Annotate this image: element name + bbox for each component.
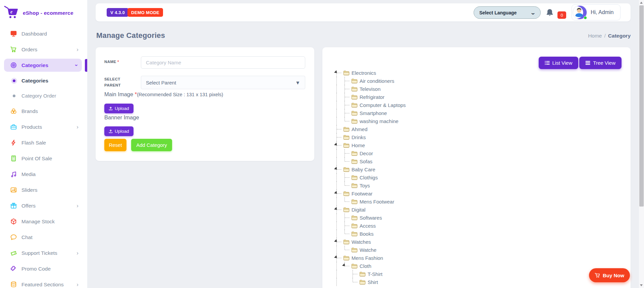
app-logo[interactable]: e eShop - ecommerce	[0, 0, 87, 24]
tree-node-mens-footwear[interactable]: Mens Footwear	[350, 199, 395, 205]
folder-icon	[351, 78, 358, 83]
tree-node-label: Access	[360, 223, 376, 229]
tree-expander-icon[interactable]	[334, 142, 338, 147]
parent-select-value: Select Parent	[146, 80, 176, 85]
parent-category-select[interactable]: Select Parent ▼	[141, 76, 305, 89]
folder-icon	[351, 87, 358, 92]
tree-node-watche[interactable]: Watche	[350, 247, 378, 253]
tree-node-books[interactable]: Books	[350, 231, 375, 237]
tree-node-toys[interactable]: Toys	[350, 183, 371, 188]
tree-connector	[350, 270, 358, 278]
tree-row: Smartphone	[334, 109, 407, 117]
tree-node-drinks[interactable]: Drinks	[342, 134, 367, 140]
bullet-dot-icon	[11, 78, 17, 84]
tree-expander-icon[interactable]	[334, 255, 338, 259]
tree-node-decor[interactable]: Decor	[350, 151, 374, 156]
scrollbar-thumb[interactable]	[639, 5, 644, 207]
tree-node-home[interactable]: Home	[342, 142, 366, 148]
scrollbar[interactable]	[639, 0, 644, 288]
sidebar-item-manage-stock[interactable]: Manage Stock	[0, 214, 87, 229]
sidebar-item-label: Media	[21, 171, 36, 177]
list-view-icon	[545, 61, 550, 65]
scroll-up-arrow[interactable]	[640, 2, 643, 4]
upload-icon	[109, 129, 113, 133]
tree-view-button[interactable]: Tree View	[579, 57, 622, 69]
tree-connector	[342, 85, 350, 93]
scroll-down-arrow[interactable]	[640, 284, 643, 286]
tree-node-ahmed[interactable]: Ahmed	[342, 126, 369, 132]
tree-node-cloth[interactable]: Cloth	[350, 263, 373, 269]
buy-now-button[interactable]: Buy Now	[589, 268, 630, 282]
tree-node-smartphone[interactable]: Smartphone	[350, 110, 388, 116]
tree-node-electronics[interactable]: Electronics	[342, 70, 377, 76]
tree-connector	[342, 262, 350, 270]
tree-expander-icon[interactable]	[334, 239, 338, 243]
tree-node-air-conditioners[interactable]: Air conditioners	[350, 78, 395, 84]
tree-node-mens-fashion[interactable]: Mens Fashion	[342, 255, 384, 261]
sidebar-item-label: Manage Stock	[21, 219, 55, 225]
tree-node-watches[interactable]: Watches	[342, 239, 372, 245]
sidebar-item-point-of-sale[interactable]: Point Of Sale	[0, 151, 87, 166]
categories-tree-panel: List View Tree View ElectronicsAir condi…	[322, 47, 631, 288]
tree-connector	[334, 165, 342, 173]
sidebar-item-products[interactable]: Products›	[0, 119, 87, 135]
products-icon	[10, 123, 17, 130]
tree-expander-icon[interactable]	[334, 191, 338, 195]
tree-node-washing-machine[interactable]: washing machine	[350, 118, 400, 124]
tree-node-softwares[interactable]: Softwares	[350, 215, 383, 221]
sidebar-item-brands[interactable]: Brands	[0, 103, 87, 119]
tree-row: Softwares	[334, 214, 407, 222]
main-image-upload-button[interactable]: Upload	[104, 104, 133, 113]
add-category-button[interactable]: Add Category	[131, 139, 172, 151]
user-menu[interactable]: Hi, Admin	[572, 4, 621, 20]
folder-icon	[351, 199, 358, 204]
sidebar-item-label: Support Tickets	[21, 250, 57, 256]
tree-node-label: Books	[360, 231, 374, 237]
tree-node-label: Mens Footwear	[360, 199, 394, 205]
sliders-icon	[10, 186, 17, 193]
sidebar-item-support-tickets[interactable]: Support Tickets›	[0, 245, 87, 261]
tree-node-sofas[interactable]: Sofas	[350, 159, 374, 164]
tree-node-refrigirator[interactable]: Refrigirator	[350, 94, 386, 100]
sidebar-item-featured-sections[interactable]: Featured Sections›	[0, 277, 87, 288]
tree-row: Home	[334, 141, 407, 149]
tree-row: Footwear	[334, 189, 407, 197]
sidebar-item-flash-sale[interactable]: Flash Sale	[0, 135, 87, 151]
tree-expander-icon[interactable]	[334, 167, 338, 171]
sidebar-item-promo-code[interactable]: Promo Code	[0, 261, 87, 277]
tree-expander-icon[interactable]	[342, 263, 346, 267]
tree-connector	[350, 278, 358, 286]
list-view-button[interactable]: List View	[539, 57, 579, 69]
tree-node-shirt[interactable]: Shirt	[358, 279, 379, 285]
reset-button[interactable]: Reset	[104, 139, 126, 151]
tree-expander-icon[interactable]	[334, 70, 338, 74]
category-name-input[interactable]	[141, 56, 305, 69]
language-select[interactable]: Select Language ⌄	[474, 6, 541, 19]
breadcrumb-home[interactable]: Home	[588, 33, 602, 39]
sidebar-subitem-category-order[interactable]: Category Order	[0, 88, 87, 103]
parent-label-line2: PARENT	[104, 83, 121, 87]
tree-expander-icon[interactable]	[334, 207, 338, 211]
banner-image-upload-button[interactable]: Upload	[104, 126, 133, 136]
sidebar-item-offers[interactable]: Offers›	[0, 198, 87, 214]
tree-node-footwear[interactable]: Footwear	[342, 191, 374, 196]
tree-node-t-shirt[interactable]: T-Shirt	[358, 271, 384, 277]
notifications-button[interactable]	[545, 8, 554, 18]
banner-image-label: Banner Image	[104, 114, 139, 121]
tree-node-digital[interactable]: Digital	[342, 207, 367, 213]
sidebar-item-orders[interactable]: Orders›	[0, 42, 87, 57]
sidebar-subitem-categories[interactable]: Categories	[0, 73, 87, 88]
tree-node-label: Footwear	[352, 191, 373, 196]
sidebar-item-chat[interactable]: Chat	[0, 229, 87, 245]
sidebar-item-sliders[interactable]: Sliders	[0, 182, 87, 198]
tree-node-televison[interactable]: Televison	[350, 86, 382, 92]
sidebar-item-media[interactable]: Media	[0, 166, 87, 182]
sidebar-item-label: Featured Sections	[21, 282, 64, 288]
sidebar-item-categories[interactable]: Categories›	[0, 57, 87, 73]
tree-node-computer-laptops[interactable]: Computer & Laptops	[350, 102, 407, 108]
sidebar-item-dashboard[interactable]: Dashboard	[0, 26, 87, 42]
tree-node-clothigs[interactable]: Clothigs	[350, 175, 379, 180]
tickets-icon	[10, 249, 17, 256]
tree-node-baby-care[interactable]: Baby Care	[342, 167, 377, 172]
tree-node-access[interactable]: Access	[350, 223, 377, 229]
